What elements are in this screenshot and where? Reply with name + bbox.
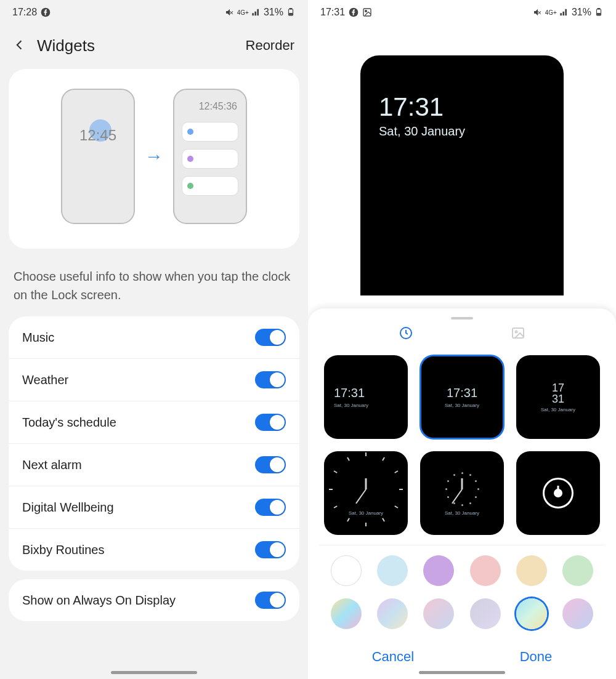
svg-point-6: [365, 10, 367, 12]
widget-toggle[interactable]: [255, 456, 286, 473]
color-swatch-9[interactable]: [423, 598, 454, 629]
svg-rect-11: [513, 328, 524, 338]
mute-icon: [225, 7, 235, 17]
svg-point-12: [516, 331, 517, 333]
color-swatch-7[interactable]: [331, 598, 362, 629]
phone-preview: 17:31 Sat, 30 January: [360, 55, 564, 295]
svg-rect-9: [598, 14, 601, 15]
status-bar: 17:28 4G+ 31%: [0, 0, 308, 25]
svg-rect-5: [363, 9, 371, 16]
svg-rect-3: [290, 14, 293, 15]
mute-icon: [533, 7, 543, 17]
facebook-icon: [41, 7, 51, 17]
status-time: 17:28: [12, 7, 37, 18]
illustration-phone-after: 12:45:36: [173, 89, 247, 224]
widget-label: Bixby Routines: [22, 543, 104, 557]
color-swatch-4[interactable]: [470, 555, 501, 586]
clock-style-6[interactable]: [516, 451, 600, 535]
widget-row-digital-wellbeing[interactable]: Digital Wellbeing: [9, 486, 299, 529]
widget-toggle[interactable]: [255, 371, 286, 388]
network-label: 4G+: [237, 9, 249, 16]
sheet-tabs: [319, 326, 605, 355]
clock-style-1[interactable]: 17:31Sat, 30 January: [324, 355, 408, 439]
clock-preview-area: 17:31 Sat, 30 January: [308, 25, 616, 295]
color-swatch-1[interactable]: [331, 555, 362, 586]
battery-icon: [594, 7, 604, 17]
nav-handle[interactable]: [419, 671, 505, 674]
widget-toggle[interactable]: [255, 499, 286, 516]
color-swatch-5[interactable]: [516, 555, 547, 586]
color-swatch-8[interactable]: [377, 598, 408, 629]
tab-image[interactable]: [511, 326, 525, 343]
widget-row-weather[interactable]: Weather: [9, 359, 299, 401]
battery-label: 31%: [572, 7, 591, 18]
clock-style-grid: 17:31Sat, 30 January17:31Sat, 30 January…: [319, 355, 605, 545]
widget-row-today-s-schedule[interactable]: Today's schedule: [9, 401, 299, 444]
color-swatch-12[interactable]: [562, 598, 593, 629]
widget-label: Next alarm: [22, 458, 82, 472]
clock-style-3[interactable]: 1731Sat, 30 January: [516, 355, 600, 439]
facebook-icon: [349, 7, 359, 17]
color-swatch-6[interactable]: [562, 555, 593, 586]
illustration-card: 12:45 → 12:45:36: [9, 69, 299, 249]
style-sheet: 17:31Sat, 30 January17:31Sat, 30 January…: [308, 308, 616, 679]
tab-clock[interactable]: [399, 326, 413, 343]
widget-label: Digital Wellbeing: [22, 500, 114, 515]
color-swatch-grid: [319, 545, 605, 635]
arrow-right-icon: →: [145, 146, 163, 167]
clock-style-4[interactable]: Sat, 30 January: [324, 451, 408, 535]
illustration-clock-seconds: 12:45:36: [199, 101, 237, 112]
widget-toggle[interactable]: [255, 329, 286, 346]
nav-handle[interactable]: [111, 671, 197, 674]
widget-row-bixby-routines[interactable]: Bixby Routines: [9, 529, 299, 571]
widget-label: Weather: [22, 373, 68, 387]
clock-style-2[interactable]: 17:31Sat, 30 January: [420, 355, 504, 439]
svg-rect-2: [290, 9, 292, 9]
aod-toggle[interactable]: [255, 592, 286, 609]
preview-date: Sat, 30 January: [379, 124, 545, 139]
svg-rect-8: [598, 9, 600, 9]
page-header: Widgets Reorder: [0, 25, 308, 66]
clock-style-5[interactable]: Sat, 30 January: [420, 451, 504, 535]
description-text: Choose useful info to show when you tap …: [0, 261, 308, 316]
reorder-button[interactable]: Reorder: [246, 38, 294, 54]
battery-icon: [286, 7, 296, 17]
color-swatch-10[interactable]: [470, 598, 501, 629]
aod-label: Show on Always On Display: [22, 593, 176, 608]
back-button[interactable]: [14, 36, 26, 55]
widgets-settings-pane: 17:28 4G+ 31% Widgets Reorder 12:45 →: [0, 0, 308, 679]
illustration-phone-before: 12:45: [61, 89, 135, 224]
battery-label: 31%: [264, 7, 283, 18]
widget-toggle[interactable]: [255, 414, 286, 431]
color-swatch-11[interactable]: [516, 598, 547, 629]
widget-label: Music: [22, 331, 54, 345]
widget-label: Today's schedule: [22, 416, 116, 430]
network-label: 4G+: [545, 9, 557, 16]
widgets-list: MusicWeatherToday's scheduleNext alarmDi…: [9, 316, 299, 571]
status-bar: 17:31 4G+ 31%: [308, 0, 616, 25]
gallery-icon: [362, 7, 372, 17]
clock-style-pane: 17:31 4G+ 31% 17:31 Sat, 30 January: [308, 0, 616, 679]
widget-row-next-alarm[interactable]: Next alarm: [9, 444, 299, 486]
preview-time: 17:31: [379, 92, 545, 122]
color-swatch-3[interactable]: [423, 555, 454, 586]
illustration-clock: 12:45: [62, 127, 134, 144]
aod-row[interactable]: Show on Always On Display: [9, 579, 299, 621]
sheet-handle[interactable]: [451, 317, 473, 319]
widget-toggle[interactable]: [255, 541, 286, 558]
status-time: 17:31: [320, 7, 345, 18]
aod-section: Show on Always On Display: [9, 579, 299, 621]
cancel-button[interactable]: Cancel: [372, 649, 414, 665]
done-button[interactable]: Done: [520, 649, 553, 665]
color-swatch-2[interactable]: [377, 555, 408, 586]
widget-row-music[interactable]: Music: [9, 316, 299, 359]
page-title: Widgets: [37, 36, 95, 55]
signal-icon: [251, 7, 261, 17]
signal-icon: [559, 7, 569, 17]
